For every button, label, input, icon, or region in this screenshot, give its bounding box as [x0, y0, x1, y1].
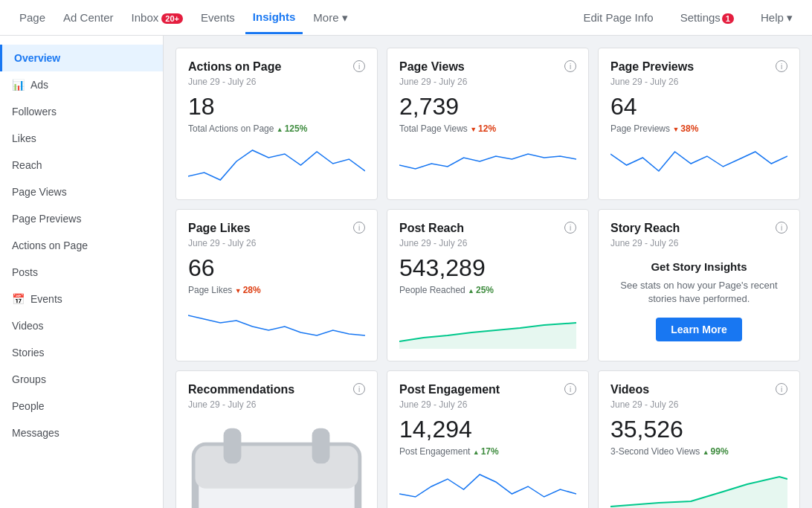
- card-sub-page-likes: Page Likes 28%: [188, 285, 365, 295]
- card-trend-post-reach: 25%: [468, 285, 494, 295]
- card-story-reach: Story ReachiJune 29 - July 26Get Story I…: [598, 209, 800, 361]
- sidebar-item-groups[interactable]: Groups: [0, 366, 163, 393]
- card-sub-page-previews: Page Previews 38%: [610, 123, 787, 134]
- card-header-videos: Videosi: [610, 383, 787, 396]
- card-sub-videos: 3-Second Video Views 99%: [610, 446, 787, 457]
- card-value-post-engagement: 14,294: [399, 416, 576, 443]
- sidebar-label-messages: Messages: [12, 427, 59, 439]
- sidebar: Overview📊AdsFollowersLikesReachPage View…: [0, 36, 164, 508]
- card-trend-post-engagement: 17%: [473, 446, 499, 457]
- sidebar-item-posts[interactable]: Posts: [0, 259, 163, 286]
- calendar-icon: [188, 425, 365, 508]
- info-icon-post-engagement[interactable]: i: [564, 383, 576, 395]
- sidebar-label-events: Events: [30, 293, 62, 305]
- card-title-post-reach: Post Reach: [399, 222, 464, 235]
- sidebar-item-messages[interactable]: Messages: [0, 419, 163, 446]
- sidebar-item-followers[interactable]: Followers: [0, 98, 163, 125]
- info-icon-page-previews[interactable]: i: [776, 60, 787, 72]
- nav-item-more[interactable]: More ▾: [306, 2, 355, 33]
- card-trend-page-likes: 28%: [235, 285, 261, 295]
- info-icon-page-likes[interactable]: i: [353, 222, 365, 234]
- card-title-page-previews: Page Previews: [610, 60, 694, 74]
- sidebar-label-people: People: [12, 400, 45, 412]
- card-sub-page-views: Total Page Views 12%: [399, 123, 576, 134]
- card-value-page-views: 2,739: [399, 93, 576, 120]
- learn-more-button[interactable]: Learn More: [656, 318, 741, 341]
- info-icon-actions-on-page[interactable]: i: [353, 60, 365, 72]
- sidebar-item-stories[interactable]: Stories: [0, 339, 163, 366]
- card-trend-page-previews: 38%: [672, 123, 698, 134]
- card-header-page-likes: Page Likesi: [188, 222, 365, 235]
- sidebar-label-likes: Likes: [12, 132, 36, 144]
- card-videos: VideosiJune 29 - July 2635,5263-Second V…: [598, 370, 800, 508]
- card-page-previews: Page PreviewsiJune 29 - July 2664Page Pr…: [598, 48, 800, 200]
- svg-rect-3: [224, 428, 242, 464]
- insights-grid: Actions on PageiJune 29 - July 2618Total…: [175, 48, 800, 508]
- chart-page-previews: [610, 143, 787, 187]
- card-actions-on-page: Actions on PageiJune 29 - July 2618Total…: [175, 48, 378, 200]
- card-value-actions-on-page: 18: [188, 93, 365, 120]
- sidebar-label-groups: Groups: [12, 373, 46, 385]
- info-icon-recommendations[interactable]: i: [353, 383, 365, 395]
- sidebar-item-videos[interactable]: Videos: [0, 312, 163, 339]
- sidebar-icon-ads: 📊: [12, 79, 25, 91]
- sidebar-label-actions-on-page: Actions on Page: [12, 239, 88, 251]
- nav-right: Edit Page InfoSettings1Help ▾: [576, 2, 800, 33]
- card-title-videos: Videos: [610, 383, 649, 396]
- card-page-likes: Page LikesiJune 29 - July 2666Page Likes…: [175, 209, 378, 361]
- sidebar-label-page-views: Page Views: [12, 186, 67, 198]
- info-icon-videos[interactable]: i: [776, 383, 787, 395]
- card-page-views: Page ViewsiJune 29 - July 262,739Total P…: [387, 48, 589, 200]
- sidebar-label-stories: Stories: [12, 347, 45, 359]
- nav-item-insights[interactable]: Insights: [245, 1, 303, 34]
- card-date-post-engagement: June 29 - July 26: [399, 399, 576, 410]
- card-value-post-reach: 543,289: [399, 254, 576, 282]
- info-icon-story-reach[interactable]: i: [776, 222, 787, 234]
- card-sub-post-engagement: Post Engagement 17%: [399, 446, 576, 457]
- sidebar-item-people[interactable]: People: [0, 393, 163, 419]
- card-date-page-previews: June 29 - July 26: [610, 77, 787, 87]
- nav-item-page[interactable]: Page: [12, 2, 53, 33]
- rec-card-body: We have insufficient data to show for th…: [188, 416, 365, 508]
- sidebar-item-overview[interactable]: Overview: [0, 45, 163, 71]
- info-icon-post-reach[interactable]: i: [564, 222, 576, 234]
- chart-post-engagement: [399, 466, 576, 508]
- card-date-post-reach: June 29 - July 26: [399, 238, 576, 248]
- card-post-reach: Post ReachiJune 29 - July 26543,289Peopl…: [387, 209, 589, 361]
- card-value-page-likes: 66: [188, 254, 365, 282]
- chart-actions-on-page: [188, 143, 365, 187]
- nav-item-help[interactable]: Help ▾: [753, 2, 800, 33]
- sidebar-item-likes[interactable]: Likes: [0, 125, 163, 152]
- nav-item-events[interactable]: Events: [193, 2, 242, 33]
- card-trend-actions-on-page: 125%: [277, 123, 308, 134]
- sidebar-item-reach[interactable]: Reach: [0, 152, 163, 179]
- card-title-post-engagement: Post Engagement: [399, 383, 500, 396]
- nav-item-inbox[interactable]: Inbox20+: [124, 2, 190, 33]
- card-value-videos: 35,526: [610, 416, 787, 443]
- card-value-page-previews: 64: [610, 93, 787, 120]
- card-sub-actions-on-page: Total Actions on Page 125%: [188, 123, 365, 134]
- card-date-page-views: June 29 - July 26: [399, 77, 576, 87]
- info-icon-page-views[interactable]: i: [564, 60, 576, 72]
- nav-item-edit-page-info[interactable]: Edit Page Info: [576, 2, 660, 33]
- card-trend-page-views: 12%: [470, 123, 496, 134]
- sidebar-item-page-views[interactable]: Page Views: [0, 179, 163, 205]
- sidebar-item-events[interactable]: 📅Events: [0, 286, 163, 312]
- card-date-story-reach: June 29 - July 26: [610, 238, 787, 248]
- sidebar-item-page-previews[interactable]: Page Previews: [0, 205, 163, 232]
- main-layout: Overview📊AdsFollowersLikesReachPage View…: [0, 36, 812, 508]
- nav-item-ad-center[interactable]: Ad Center: [56, 2, 121, 33]
- card-date-actions-on-page: June 29 - July 26: [188, 77, 365, 87]
- card-header-recommendations: Recommendationsi: [188, 383, 365, 396]
- chart-post-reach: [399, 304, 576, 349]
- svg-rect-4: [312, 428, 330, 464]
- top-nav: PageAd CenterInbox20+EventsInsightsMore …: [0, 0, 812, 36]
- sidebar-item-actions-on-page[interactable]: Actions on Page: [0, 232, 163, 259]
- card-header-post-engagement: Post Engagementi: [399, 383, 576, 396]
- chart-videos: [610, 466, 787, 508]
- nav-item-settings[interactable]: Settings1: [673, 2, 741, 33]
- chart-page-likes: [188, 304, 365, 349]
- sidebar-item-ads[interactable]: 📊Ads: [0, 71, 163, 98]
- nav-badge-inbox: 20+: [161, 13, 183, 24]
- card-title-story-reach: Story Reach: [610, 222, 680, 235]
